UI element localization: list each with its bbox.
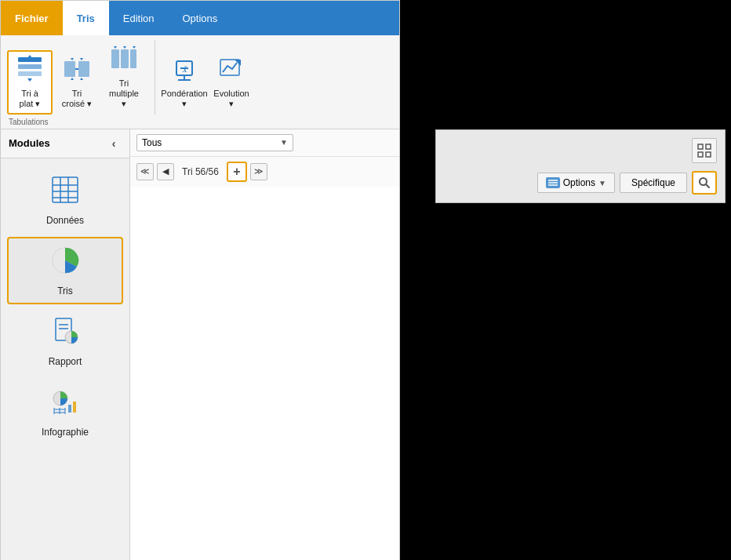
tri-croise-label: Tricroisé ▾: [62, 89, 92, 109]
main-content: Tous ▼ ≪ ◀ Tri 56/56 + ≫: [130, 129, 399, 560]
grid-config-button[interactable]: [692, 138, 717, 163]
svg-marker-16: [123, 46, 126, 49]
svg-marker-8: [71, 58, 74, 60]
svg-rect-46: [698, 152, 703, 157]
nav-first-button[interactable]: ≪: [136, 163, 154, 180]
svg-marker-11: [80, 78, 83, 80]
sidebar-infographie-label: Infographie: [42, 427, 89, 438]
ponderation-icon: x̄: [170, 55, 198, 87]
svg-rect-44: [698, 144, 703, 149]
ponderation-button[interactable]: x̄ Pondération▾: [162, 50, 207, 114]
main-toolbar: Tous ▼: [130, 129, 399, 157]
toolbar-area: Tri àplat ▾: [1, 35, 399, 129]
content-area: Modules ‹ D: [1, 129, 399, 560]
svg-line-53: [706, 184, 709, 187]
left-panel: Fichier Tris Edition Options: [0, 0, 400, 560]
sidebar-item-tris[interactable]: Tris: [7, 237, 123, 304]
svg-rect-12: [111, 49, 119, 68]
svg-rect-14: [130, 49, 136, 68]
sidebar-items: Données: [1, 158, 129, 453]
tri-croise-icon: [63, 55, 91, 87]
nav-current-label: Tri 56/56: [177, 166, 224, 177]
tab-fichier[interactable]: Fichier: [1, 1, 63, 35]
svg-rect-25: [53, 177, 78, 202]
svg-rect-37: [68, 405, 71, 413]
sidebar-title: Modules: [9, 137, 50, 149]
options-button[interactable]: Options ▼: [537, 173, 615, 193]
nav-last-button[interactable]: ≫: [250, 163, 267, 180]
evolution-button[interactable]: Evolution▾: [209, 50, 254, 114]
sidebar-rapport-label: Rapport: [49, 356, 82, 367]
sidebar-item-rapport[interactable]: Rapport: [7, 307, 123, 375]
infographie-icon: [49, 386, 81, 424]
svg-rect-6: [78, 61, 89, 77]
svg-text:x̄: x̄: [182, 65, 187, 74]
nav-prev-button[interactable]: ◀: [157, 163, 174, 180]
svg-marker-17: [133, 46, 136, 49]
svg-marker-9: [71, 78, 74, 80]
toolbar-group-tabulations: Tri àplat ▾: [7, 40, 155, 115]
filter-dropdown[interactable]: Tous ▼: [136, 134, 293, 151]
donnees-icon: [49, 174, 81, 212]
svg-rect-2: [18, 71, 42, 76]
toolbar-buttons: Tri àplat ▾: [7, 40, 393, 115]
svg-rect-45: [706, 144, 711, 149]
ribbon: Fichier Tris Edition Options: [1, 1, 399, 35]
ponderation-label: Pondération▾: [161, 89, 207, 109]
right-panel: Options ▼ Spécifique: [435, 129, 726, 203]
svg-rect-1: [18, 64, 42, 69]
tri-a-plat-label: Tri àplat ▾: [20, 89, 41, 109]
sidebar-item-donnees[interactable]: Données: [7, 166, 123, 234]
svg-marker-4: [27, 55, 32, 58]
tri-plat-icon: [16, 55, 44, 87]
tab-tris[interactable]: Tris: [63, 1, 109, 35]
svg-marker-15: [114, 46, 117, 49]
filter-dropdown-value: Tous: [142, 137, 162, 148]
evolution-icon: [217, 55, 245, 87]
svg-rect-47: [706, 152, 711, 157]
search-button[interactable]: [692, 171, 717, 195]
svg-marker-3: [27, 78, 32, 82]
tris-icon: [49, 245, 81, 282]
rapport-icon: [49, 315, 81, 353]
svg-rect-38: [73, 402, 76, 413]
sidebar: Modules ‹ D: [1, 129, 130, 560]
specifique-button[interactable]: Spécifique: [620, 173, 687, 193]
options-label: Options: [563, 177, 595, 188]
svg-rect-13: [121, 49, 129, 68]
svg-marker-10: [80, 58, 83, 60]
options-arrow-icon: ▼: [598, 179, 606, 187]
sidebar-tris-label: Tris: [57, 285, 73, 296]
nav-controls: ≪ ◀ Tri 56/56 + ≫: [136, 162, 267, 182]
tab-edition[interactable]: Edition: [109, 1, 169, 35]
tab-options[interactable]: Options: [169, 1, 232, 35]
nav-toolbar: ≪ ◀ Tri 56/56 + ≫: [130, 157, 399, 187]
sidebar-collapse-button[interactable]: ‹: [106, 136, 122, 151]
tri-multiple-label: Trimultiple ▾: [106, 78, 142, 110]
nav-add-button[interactable]: +: [227, 162, 247, 182]
tri-croise-button[interactable]: Tricroisé ▾: [54, 50, 100, 114]
tri-multiple-button[interactable]: Trimultiple ▾: [101, 40, 147, 115]
svg-rect-5: [64, 61, 75, 77]
sidebar-header: Modules ‹: [1, 129, 129, 158]
toolbar-group-other: x̄ Pondération▾: [162, 50, 262, 114]
evolution-label: Evolution▾: [213, 89, 249, 109]
tabulations-section-label: Tabulations: [7, 116, 393, 129]
sidebar-item-infographie[interactable]: Infographie: [7, 378, 123, 445]
tri-a-plat-button[interactable]: Tri àplat ▾: [7, 50, 53, 114]
tri-multiple-icon: [110, 45, 138, 77]
dropdown-arrow-icon: ▼: [280, 138, 288, 147]
sidebar-donnees-label: Données: [46, 215, 84, 226]
